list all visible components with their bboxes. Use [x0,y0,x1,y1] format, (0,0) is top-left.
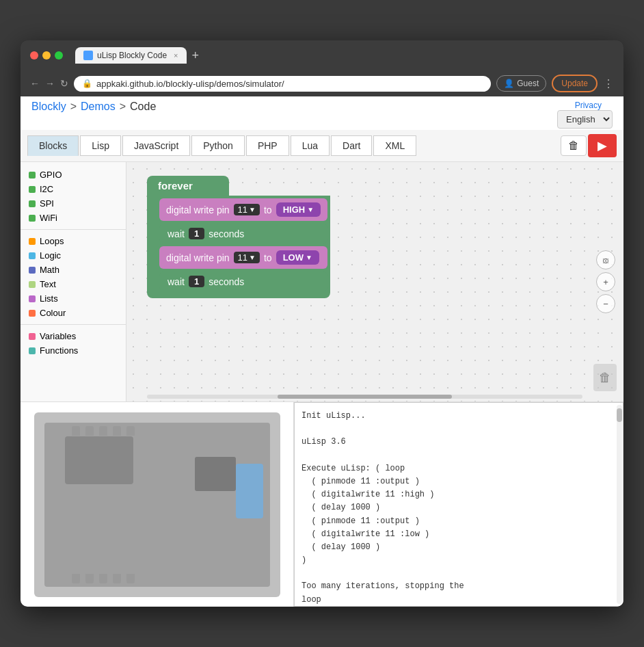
sidebar-item-loops[interactable]: Loops [21,234,126,248]
tab-lisp[interactable]: Lisp [80,135,121,156]
canvas-controls: ⦻ + − [596,250,615,313]
dw1-value: HIGH [283,204,306,215]
console-output[interactable]: Init uLisp... uLisp 3.6 Execute uLisp: (… [294,402,623,607]
variables-color-dot [29,333,36,340]
sidebar-label-loops: Loops [40,236,64,246]
gpio-color-dot [29,172,36,179]
sidebar-item-math[interactable]: Math [21,263,126,277]
sidebar: GPIO I2C SPI WiFi Loops [21,162,126,401]
block-high-value[interactable]: HIGH ▼ [276,202,321,217]
sidebar-item-i2c[interactable]: I2C [21,182,126,196]
update-button[interactable]: Update [552,75,598,92]
privacy-link[interactable]: Privacy [557,101,602,110]
sidebar-label-lists: Lists [40,293,58,304]
tab-lua[interactable]: Lua [291,135,330,156]
spi-color-dot [29,200,36,207]
simulator-panel [21,402,294,607]
run-button[interactable]: ▶ [588,134,617,157]
block-wait-2[interactable]: wait 1 seconds [159,272,327,291]
sidebar-divider-2 [21,324,126,325]
block-forever[interactable]: forever [147,176,229,196]
canvas-scrollbar-thumb[interactable] [278,395,452,399]
tab-javascript[interactable]: JavaScript [122,135,190,156]
lock-icon: 🔒 [82,79,92,88]
guest-button[interactable]: 👤 Guest [496,75,546,92]
sidebar-label-math: Math [40,265,59,275]
wait1-num-badge[interactable]: 1 [189,228,204,239]
console-panel: Init uLisp... uLisp 3.6 Execute uLisp: (… [294,402,623,607]
url-text: appkaki.github.io/blockly-ulisp/demos/si… [96,79,483,89]
browser-tab[interactable]: uLisp Blockly Code × [75,47,187,64]
board-connector-top [72,426,135,436]
breadcrumb-current: Code [130,101,156,113]
bottom-panel: Init uLisp... uLisp 3.6 Execute uLisp: (… [21,401,623,607]
sidebar-item-wifi[interactable]: WiFi [21,211,126,225]
sidebar-divider-1 [21,229,126,230]
math-color-dot [29,267,36,274]
maximize-button[interactable] [55,51,63,60]
close-button[interactable] [30,51,38,60]
delete-button[interactable]: 🗑 [561,135,587,156]
zoom-out-button[interactable]: − [596,294,615,313]
logic-color-dot [29,252,36,259]
tab-close-icon[interactable]: × [174,51,178,60]
block-canvas[interactable]: forever digital write pin 11 ▼ [126,162,623,401]
lists-color-dot [29,295,36,302]
console-scrollbar[interactable] [617,405,622,604]
tab-php[interactable]: PHP [246,135,289,156]
sidebar-item-logic[interactable]: Logic [21,248,126,263]
block-wait-1[interactable]: wait 1 seconds [159,224,327,243]
wait2-suffix: seconds [209,276,244,287]
new-tab-button[interactable]: + [192,49,200,63]
dw1-value-dropdown-icon: ▼ [307,206,314,213]
console-scrollbar-thumb[interactable] [617,408,622,422]
tab-blocks[interactable]: Blocks [27,135,79,156]
sidebar-item-gpio[interactable]: GPIO [21,168,126,182]
dw2-label: digital write pin [166,252,230,263]
board-connector-bottom [72,574,135,583]
block-dw-high[interactable]: digital write pin 11 ▼ to HIGH ▼ [159,198,327,221]
address-bar: ← → ↻ 🔒 appkaki.github.io/blockly-ulisp/… [21,70,623,96]
dw2-pin-value: 11 [238,252,247,263]
tab-dart[interactable]: Dart [331,135,372,156]
more-options-button[interactable]: ⋮ [603,77,614,90]
minimize-button[interactable] [42,51,51,60]
tab-title: uLisp Blockly Code [97,51,167,60]
sidebar-label-text: Text [40,279,56,289]
sidebar-item-lists[interactable]: Lists [21,291,126,306]
sidebar-item-functions[interactable]: Functions [21,343,126,358]
sidebar-label-gpio: GPIO [40,170,62,180]
forever-label: forever [158,180,193,192]
tab-area: uLisp Blockly Code × + [75,47,614,64]
sidebar-item-colour[interactable]: Colour [21,306,126,320]
trash-icon: 🗑 [599,371,611,385]
sidebar-label-variables: Variables [40,331,76,341]
blocks-container: forever digital write pin 11 ▼ [147,176,330,298]
breadcrumb-demos-link[interactable]: Demos [81,101,116,113]
language-select[interactable]: English [557,110,613,129]
url-bar[interactable]: 🔒 appkaki.github.io/blockly-ulisp/demos/… [74,76,491,92]
sidebar-item-spi[interactable]: SPI [21,196,126,211]
wait2-num-badge[interactable]: 1 [189,276,204,287]
back-button[interactable]: ← [30,78,40,89]
breadcrumb-blockly-link[interactable]: Blockly [31,101,66,113]
dw1-pin-badge[interactable]: 11 ▼ [234,204,260,215]
dw2-pin-badge[interactable]: 11 ▼ [234,252,260,263]
dw1-to-label: to [264,204,272,215]
reload-button[interactable]: ↻ [60,78,68,89]
sidebar-item-variables[interactable]: Variables [21,329,126,343]
canvas-scrollbar[interactable] [147,395,582,399]
wait2-label: wait [167,276,185,287]
sidebar-item-text[interactable]: Text [21,277,126,291]
simulator-board [34,412,280,597]
board-component-1 [195,457,236,491]
board-inner [44,423,270,587]
zoom-in-button[interactable]: + [596,272,615,291]
block-low-value[interactable]: LOW ▼ [276,250,319,265]
reset-view-button[interactable]: ⦻ [596,250,615,269]
tab-xml[interactable]: XML [373,135,416,156]
forward-button[interactable]: → [45,78,55,89]
tab-python[interactable]: Python [191,135,245,156]
dw1-pin-dropdown-icon: ▼ [249,206,256,213]
block-dw-low[interactable]: digital write pin 11 ▼ to LOW ▼ [159,246,327,269]
